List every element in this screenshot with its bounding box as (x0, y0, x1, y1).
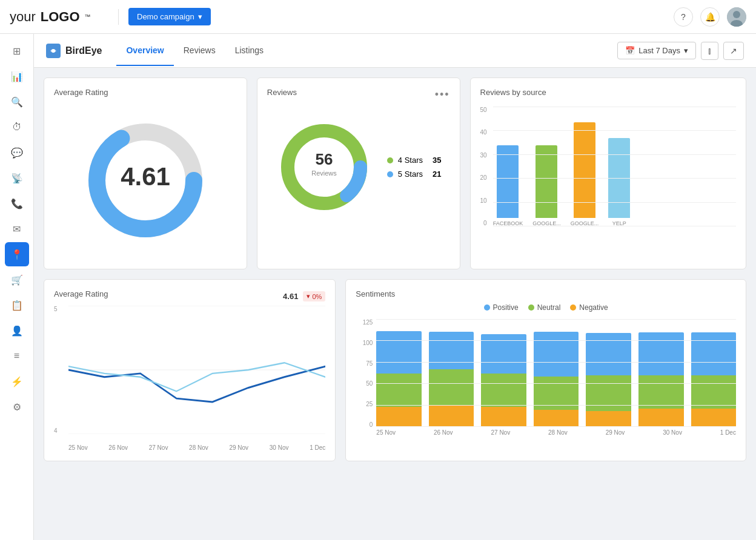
sidebar-item-broadcast[interactable]: 📡 (5, 166, 29, 190)
sent-positive-6 (638, 332, 684, 375)
avg-rating-title: Average Rating (54, 88, 237, 97)
bell-icon: 🔔 (705, 12, 715, 22)
svg-text:Reviews: Reviews (311, 170, 337, 177)
legend-5stars: 5 Stars 21 (387, 170, 442, 179)
avg-trend-value: 4.61 (283, 292, 298, 301)
top-nav-right: ? 🔔 (674, 7, 746, 27)
5stars-label: 5 Stars (398, 170, 423, 179)
sub-nav-tabs: Overview Reviews Listings (116, 36, 273, 66)
help-button[interactable]: ? (674, 7, 693, 27)
sent-neutral-4 (534, 377, 579, 410)
chart-icon: ⫿ (708, 46, 712, 56)
demo-campaign-button[interactable]: Demo campaign ▾ (128, 8, 211, 25)
list-icon: ≡ (14, 351, 19, 361)
sidebar-item-location[interactable]: 📍 (5, 242, 29, 266)
legend-4stars: 4 Stars 35 (387, 156, 442, 165)
delta-value: 0% (312, 293, 322, 300)
email-icon: ✉ (13, 223, 21, 235)
share-button[interactable]: ↗ (723, 42, 744, 60)
sent-neutral-6 (638, 375, 684, 409)
main-layout: ⊞ 📊 🔍 ⏱ 💬 📡 📞 ✉ 📍 🛒 📋 👤 ≡ ⚡ ⚙ BirdEye Ov… (0, 34, 756, 540)
sidebar-item-list[interactable]: ≡ (5, 344, 29, 368)
source-title: Reviews by source (480, 88, 736, 97)
sent-bar-2 (429, 332, 474, 427)
svg-text:4.61: 4.61 (121, 162, 170, 191)
notification-button[interactable]: 🔔 (700, 7, 720, 27)
date-range-button[interactable]: 📅 Last 7 Days ▾ (617, 42, 696, 59)
sent-bar-5 (586, 333, 631, 427)
sentiments-bars (376, 319, 736, 427)
sidebar-item-phone[interactable]: 📞 (5, 191, 29, 216)
chevron-down-icon: ▾ (684, 46, 688, 55)
calendar-icon: 📅 (625, 46, 635, 55)
bottom-row: Average Rating 4.61 ▾ 0% 5 4 (44, 279, 746, 461)
more-options-button[interactable]: ••• (435, 88, 450, 101)
sidebar-item-shop[interactable]: 🛒 (5, 268, 29, 292)
reviews-title: Reviews (267, 88, 297, 97)
sent-negative-2 (429, 405, 474, 427)
sent-negative-6 (638, 409, 684, 427)
chevron-down-icon: ▾ (198, 12, 202, 21)
avg-trend-header: Average Rating 4.61 ▾ 0% (54, 289, 325, 303)
date-range-label: Last 7 Days (638, 46, 680, 55)
sentiments-y-axis: 125 100 75 50 25 0 (356, 319, 373, 440)
line-y-axis: 5 4 (54, 306, 66, 434)
sidebar-item-search[interactable]: 🔍 (5, 90, 29, 114)
share-icon: ↗ (730, 46, 737, 56)
bar-google1-fill (536, 145, 557, 218)
sidebar-item-timer[interactable]: ⏱ (5, 115, 29, 139)
source-bars: FACEBOOK GOOGLE... GOOGLE... (493, 107, 736, 226)
chart-view-button[interactable]: ⫿ (701, 42, 718, 60)
sentiments-x-axis: 25 Nov 26 Nov 27 Nov 28 Nov 29 Nov 30 No… (376, 429, 736, 436)
sidebar-item-email[interactable]: ✉ (5, 217, 29, 241)
sidebar-item-home[interactable]: ⊞ (5, 39, 29, 63)
bar-google2-fill (574, 122, 595, 218)
sent-negative-7 (691, 409, 737, 427)
sidebar-item-analytics[interactable]: 📊 (5, 64, 29, 88)
phone-icon: 📞 (11, 198, 23, 209)
sent-positive-7 (691, 332, 737, 375)
tab-listings[interactable]: Listings (225, 36, 273, 66)
tab-reviews[interactable]: Reviews (174, 36, 225, 66)
sent-negative-5 (586, 411, 631, 427)
sidebar-item-user[interactable]: 👤 (5, 318, 29, 343)
5stars-dot (387, 171, 393, 177)
line-x-axis: 25 Nov 26 Nov 27 Nov 28 Nov 29 Nov 30 No… (68, 444, 325, 451)
avg-trend-card: Average Rating 4.61 ▾ 0% 5 4 (44, 279, 336, 461)
top-row: Average Rating 4.61 Reviews ••• (44, 77, 746, 269)
line-chart-area: 5 4 (54, 306, 325, 451)
sidebar-item-reports[interactable]: 📋 (5, 293, 29, 317)
line-chart-svg (68, 306, 325, 434)
sentiments-chart-wrapper: 125 100 75 50 25 0 (356, 319, 736, 440)
legend-neutral: Neutral (528, 303, 561, 312)
sent-positive-2 (429, 332, 474, 369)
avatar[interactable] (727, 7, 746, 27)
4stars-dot (387, 157, 393, 163)
sentiments-legend: Positive Neutral Negative (356, 303, 736, 312)
chat-icon: 💬 (11, 147, 23, 159)
source-bars-area: FACEBOOK GOOGLE... GOOGLE... (493, 107, 736, 240)
sentiments-bars-area: 25 Nov 26 Nov 27 Nov 28 Nov 29 Nov 30 No… (376, 319, 736, 440)
shop-icon: 🛒 (11, 274, 23, 286)
sent-positive-1 (376, 331, 422, 374)
average-rating-card: Average Rating 4.61 (44, 77, 247, 269)
positive-dot (484, 305, 490, 311)
bar-facebook-label: FACEBOOK (493, 220, 523, 226)
5stars-count: 21 (433, 170, 441, 179)
analytics-icon: 📊 (11, 71, 23, 82)
sentiments-card: Sentiments Positive Neutral Negative (345, 279, 746, 461)
sent-bar-6 (638, 332, 684, 427)
sidebar-item-messages[interactable]: 💬 (5, 140, 29, 165)
settings-icon: ⚙ (13, 401, 21, 413)
reports-icon: 📋 (11, 300, 23, 311)
bar-facebook-fill (497, 145, 519, 218)
sent-neutral-5 (586, 375, 631, 411)
tab-overview[interactable]: Overview (116, 36, 173, 66)
sidebar-item-plugins[interactable]: ⚡ (5, 369, 29, 393)
neutral-dot (528, 305, 534, 311)
bar-google1: GOOGLE... (532, 145, 561, 226)
dashboard: Average Rating 4.61 Reviews ••• (34, 68, 756, 540)
top-navbar: yourLOGO™ Demo campaign ▾ ? 🔔 (0, 0, 756, 34)
sub-navbar: BirdEye Overview Reviews Listings 📅 Last… (34, 34, 756, 68)
sidebar-item-settings[interactable]: ⚙ (5, 395, 29, 419)
